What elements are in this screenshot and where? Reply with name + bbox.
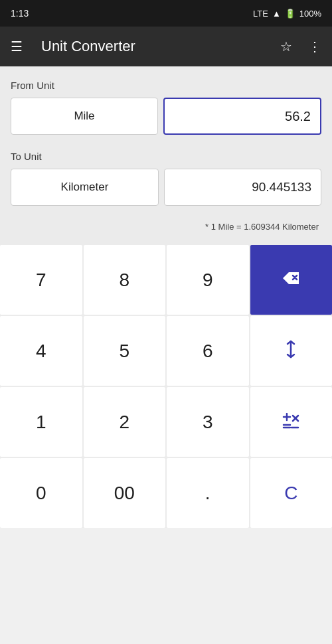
key-00[interactable]: 00 bbox=[84, 458, 166, 528]
to-unit-button[interactable]: Kilometer bbox=[11, 169, 159, 206]
to-unit-value: 90.445133 bbox=[164, 169, 321, 206]
menu-button[interactable]: ☰ bbox=[8, 36, 25, 57]
conversion-note: * 1 Mile = 1.609344 Kilometer bbox=[11, 222, 321, 232]
key-ops[interactable] bbox=[250, 387, 333, 457]
more-button[interactable]: ⋮ bbox=[305, 36, 324, 57]
lte-label: LTE bbox=[253, 9, 268, 19]
backspace-icon bbox=[282, 271, 300, 289]
signal-icon: ▲ bbox=[272, 9, 281, 19]
ops-icon bbox=[281, 413, 301, 432]
key-clear[interactable]: C bbox=[250, 458, 333, 528]
key-7[interactable]: 7 bbox=[0, 245, 82, 315]
app-bar: ☰ Unit Converter ☆ ⋮ bbox=[0, 27, 332, 66]
page-title: Unit Converter bbox=[41, 38, 267, 55]
status-icons: LTE ▲ 🔋 100% bbox=[253, 9, 321, 19]
battery-label: 100% bbox=[299, 9, 321, 19]
key-swap[interactable] bbox=[250, 316, 333, 386]
swap-icon bbox=[282, 340, 300, 362]
key-1[interactable]: 1 bbox=[0, 387, 82, 457]
key-0[interactable]: 0 bbox=[0, 458, 82, 528]
to-unit-section: To Unit Kilometer 90.445133 bbox=[11, 151, 321, 206]
key-3[interactable]: 3 bbox=[167, 387, 249, 457]
key-8[interactable]: 8 bbox=[84, 245, 166, 315]
battery-icon: 🔋 bbox=[285, 9, 295, 19]
time-display: 1:13 bbox=[11, 8, 29, 19]
from-unit-row: Mile 56.2 bbox=[11, 98, 321, 135]
from-unit-value[interactable]: 56.2 bbox=[163, 98, 321, 135]
key-2[interactable]: 2 bbox=[84, 387, 166, 457]
key-backspace[interactable] bbox=[250, 245, 333, 315]
from-unit-section: From Unit Mile 56.2 bbox=[11, 80, 321, 135]
to-unit-row: Kilometer 90.445133 bbox=[11, 169, 321, 206]
key-5[interactable]: 5 bbox=[84, 316, 166, 386]
key-dot[interactable]: . bbox=[167, 458, 249, 528]
menu-icon: ☰ bbox=[11, 39, 23, 54]
from-unit-button[interactable]: Mile bbox=[11, 98, 158, 135]
key-9[interactable]: 9 bbox=[167, 245, 249, 315]
key-4[interactable]: 4 bbox=[0, 316, 82, 386]
more-icon: ⋮ bbox=[308, 39, 321, 54]
star-button[interactable]: ☆ bbox=[278, 36, 295, 57]
to-unit-label: To Unit bbox=[11, 151, 321, 162]
status-bar: 1:13 LTE ▲ 🔋 100% bbox=[0, 0, 332, 27]
app-bar-actions: ☆ ⋮ bbox=[278, 36, 324, 57]
key-6[interactable]: 6 bbox=[167, 316, 249, 386]
main-content: From Unit Mile 56.2 To Unit Kilometer 90… bbox=[0, 66, 332, 245]
star-icon: ☆ bbox=[280, 39, 292, 54]
keypad: 7 8 9 4 5 6 bbox=[0, 245, 332, 528]
from-unit-label: From Unit bbox=[11, 80, 321, 91]
clear-icon: C bbox=[284, 483, 297, 504]
